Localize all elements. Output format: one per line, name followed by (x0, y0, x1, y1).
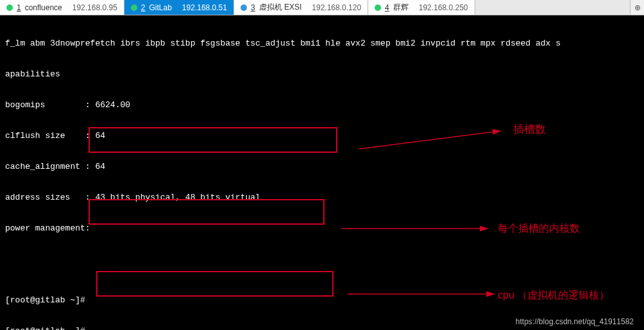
status-dot-icon (375, 4, 381, 11)
tab-群辉[interactable]: 4群辉192.168.0.250 (368, 0, 475, 15)
status-dot-icon (241, 4, 247, 11)
tab-gitlab[interactable]: 2GitLab192.168.0.51 (124, 0, 234, 15)
watermark: https://blog.csdn.net/qq_41911582 (516, 317, 634, 326)
blank-line (5, 254, 639, 265)
address-sizes-line: address sizes : 43 bits physical, 48 bit… (5, 193, 639, 203)
tab-ip: 192.168.0.120 (312, 3, 361, 12)
tab-title: confluence (25, 3, 62, 12)
tab-title: 群辉 (393, 2, 409, 13)
tab-ip: 192.168.0.250 (419, 3, 468, 12)
cpu-cap-line: apabilities (5, 69, 639, 80)
prompt-empty: [root@gitlab ~]# (5, 326, 639, 330)
status-dot-icon (6, 4, 13, 11)
tab-confluence[interactable]: 1confluence192.168.0.95 (0, 0, 124, 15)
tab-number: 1 (17, 3, 21, 12)
annotation-cpu: cpu （虚拟机的逻辑核） (498, 289, 609, 302)
tab-ip: 192.168.0.95 (72, 3, 117, 12)
annotation-slots: 插槽数 (513, 122, 546, 137)
tab-虚拟机 exsi[interactable]: 3虚拟机 EXSI192.168.0.120 (234, 0, 368, 15)
tab-ip: 192.168.0.51 (182, 3, 227, 12)
tab-bar: 1confluence192.168.0.952GitLab192.168.0.… (0, 0, 644, 15)
cpu-flags-line: f_lm abm 3dnowprefetch ibrs ibpb stibp f… (5, 39, 639, 49)
tab-number: 3 (251, 3, 255, 12)
tab-number: 2 (141, 3, 146, 12)
terminal-output: f_lm abm 3dnowprefetch ibrs ibpb stibp f… (0, 15, 644, 330)
new-tab-button[interactable]: ⊕ (630, 0, 644, 15)
cache-align-line: cache_alignment : 64 (5, 162, 639, 172)
tab-number: 4 (385, 3, 389, 12)
tab-title: GitLab (149, 3, 172, 12)
tab-title: 虚拟机 EXSI (259, 2, 302, 13)
annotation-cores: 每个插槽的内核数 (498, 222, 580, 236)
status-dot-icon (131, 4, 137, 11)
bogomips-line: bogomips : 6624.00 (5, 100, 639, 110)
